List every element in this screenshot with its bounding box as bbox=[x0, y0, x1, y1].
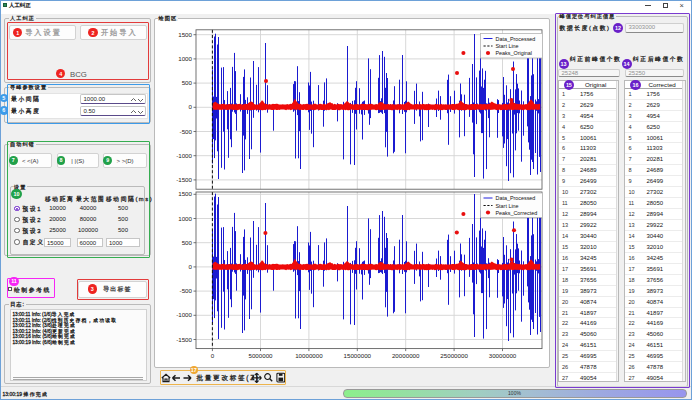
svg-text:-500: -500 bbox=[180, 128, 193, 135]
svg-text:Data_Processed: Data_Processed bbox=[496, 36, 536, 42]
svg-text:-1500: -1500 bbox=[176, 336, 192, 343]
svg-text:0: 0 bbox=[189, 103, 193, 110]
svg-text:-1500: -1500 bbox=[176, 176, 192, 183]
svg-text:15000000: 15000000 bbox=[344, 352, 372, 359]
svg-text:-1000: -1000 bbox=[176, 311, 192, 318]
svg-text:Start Line: Start Line bbox=[496, 43, 519, 49]
svg-text:500: 500 bbox=[182, 79, 193, 86]
svg-text:500: 500 bbox=[182, 239, 193, 246]
svg-text:0: 0 bbox=[211, 352, 215, 359]
svg-text:20000000: 20000000 bbox=[392, 352, 420, 359]
svg-text:1500: 1500 bbox=[178, 190, 192, 197]
svg-text:1500: 1500 bbox=[178, 31, 192, 38]
svg-text:0: 0 bbox=[189, 263, 193, 270]
svg-text:1000: 1000 bbox=[178, 215, 192, 222]
svg-text:Peaks_Corrected: Peaks_Corrected bbox=[496, 210, 538, 216]
svg-text:30000000: 30000000 bbox=[489, 352, 517, 359]
svg-text:Peaks_Original: Peaks_Original bbox=[496, 50, 533, 56]
svg-text:-500: -500 bbox=[180, 287, 193, 294]
svg-text:25000000: 25000000 bbox=[440, 352, 468, 359]
svg-text:Start Line: Start Line bbox=[496, 203, 519, 209]
svg-text:10000000: 10000000 bbox=[295, 352, 323, 359]
svg-text:-1000: -1000 bbox=[176, 152, 192, 159]
svg-text:5000000: 5000000 bbox=[248, 352, 273, 359]
svg-text:Data_Processed: Data_Processed bbox=[496, 195, 536, 201]
svg-text:1000: 1000 bbox=[178, 55, 192, 62]
